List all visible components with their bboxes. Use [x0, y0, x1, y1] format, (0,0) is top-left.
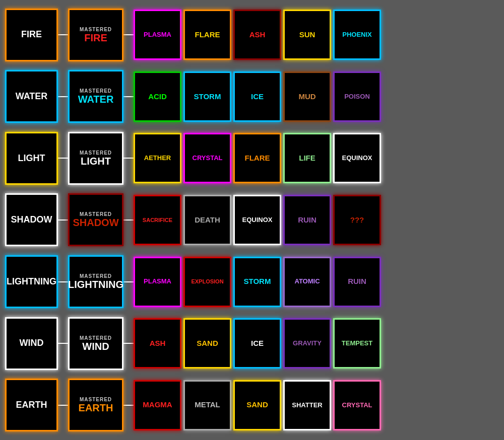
base-box-shadow[interactable]: SHADOW	[5, 193, 58, 246]
base-label-light: LIGHT	[18, 154, 45, 164]
derived-box-???-4[interactable]: ???	[333, 195, 381, 245]
mastered-box-lightning[interactable]: MASTEREDLIGHTNING	[68, 255, 123, 308]
derived-label-ash-0: ASH	[150, 339, 166, 348]
connector-line-1	[58, 34, 68, 35]
base-box-earth[interactable]: EARTH	[5, 379, 58, 431]
mastered-top-label: MASTERED	[80, 335, 112, 341]
base-label-earth: EARTH	[16, 400, 47, 410]
derived-label-tempest-4: TEMPEST	[342, 340, 372, 347]
base-box-fire[interactable]: FIRE	[5, 9, 58, 61]
derived-row-1: ACIDSTORMICEMUDPOISON	[134, 71, 381, 122]
derived-label-crystal-4: CRYSTAL	[342, 402, 372, 409]
derived-box-plasma-0[interactable]: PLASMA	[134, 257, 181, 307]
derived-box-ruin-4[interactable]: RUIN	[333, 257, 381, 307]
base-box-light[interactable]: LIGHT	[5, 132, 58, 185]
derived-box-ice-2[interactable]: ICE	[233, 71, 281, 122]
derived-label-ruin-3: RUIN	[298, 216, 317, 225]
row-1: WATERMASTEREDWATERACIDSTORMICEMUDPOISON	[5, 70, 499, 123]
derived-label-plasma-0: PLASMA	[144, 31, 171, 38]
mastered-top-label: MASTERED	[80, 27, 112, 32]
mastered-box-fire[interactable]: MASTEREDFIRE	[68, 9, 123, 61]
derived-box-equinox-4[interactable]: EQUINOX	[333, 133, 381, 183]
derived-label-poison-4: POISON	[344, 93, 370, 100]
derived-box-magma-0[interactable]: MAGMA	[134, 380, 181, 430]
mastered-box-earth[interactable]: MASTEREDEARTH	[68, 379, 123, 431]
derived-label-ash-2: ASH	[249, 31, 266, 39]
derived-box-sand-1[interactable]: SAND	[183, 318, 231, 369]
derived-label-equinox-2: EQUINOX	[242, 216, 273, 224]
mastered-top-label: MASTERED	[80, 211, 112, 217]
derived-box-mud-3[interactable]: MUD	[283, 71, 331, 122]
derived-box-flare-2[interactable]: FLARE	[233, 133, 281, 183]
derived-box-sun-3[interactable]: SUN	[283, 10, 331, 60]
mastered-box-wind[interactable]: MASTEREDWIND	[68, 317, 123, 370]
derived-row-0: PLASMAFLAREASHSUNPHOENIX	[134, 10, 381, 60]
derived-box-aether-0[interactable]: AETHER	[134, 133, 181, 183]
derived-label-phoenix-4: PHOENIX	[342, 31, 372, 38]
derived-box-tempest-4[interactable]: TEMPEST	[333, 318, 381, 369]
connector-line-2	[123, 34, 134, 35]
row-2: LIGHTMASTEREDLIGHTAETHERCRYSTALFLARELIFE…	[5, 132, 499, 185]
mastered-top-label: MASTERED	[80, 397, 112, 402]
derived-box-ash-0[interactable]: ASH	[134, 318, 181, 369]
connector-line-2	[123, 343, 134, 344]
derived-label-death-1: DEATH	[195, 216, 220, 225]
base-label-fire: FIRE	[21, 30, 42, 40]
derived-box-plasma-0[interactable]: PLASMA	[134, 10, 181, 60]
derived-box-phoenix-4[interactable]: PHOENIX	[333, 10, 381, 60]
row-5: WINDMASTEREDWINDASHSANDICEGRAVITYTEMPEST	[5, 317, 499, 370]
derived-label-ice-2: ICE	[251, 93, 264, 101]
derived-label-???-4: ???	[350, 216, 364, 225]
mastered-bottom-label: EARTH	[79, 402, 113, 413]
row-4: LIGHTNINGMASTEREDLIGHTNINGPLASMAEXPLOSIO…	[5, 255, 499, 308]
derived-label-plasma-0: PLASMA	[144, 278, 171, 285]
mastered-box-light[interactable]: MASTEREDLIGHT	[68, 132, 123, 185]
derived-box-crystal-4[interactable]: CRYSTAL	[333, 380, 381, 430]
base-box-wind[interactable]: WIND	[5, 317, 58, 370]
mastered-box-shadow[interactable]: MASTEREDSHADOW	[68, 193, 123, 246]
derived-box-sand-2[interactable]: SAND	[233, 380, 281, 430]
derived-box-acid-0[interactable]: ACID	[134, 71, 181, 122]
derived-label-ice-2: ICE	[251, 339, 264, 348]
derived-label-storm-2: STORM	[244, 277, 271, 286]
derived-box-sacrifice-0[interactable]: SACRIFICE	[134, 195, 181, 245]
derived-label-atomic-3: ATOMIC	[294, 278, 320, 285]
base-label-lightning: LIGHTNING	[7, 277, 56, 287]
base-label-shadow: SHADOW	[11, 215, 52, 225]
derived-label-metal-1: METAL	[195, 401, 220, 409]
mastered-box-water[interactable]: MASTEREDWATER	[68, 70, 123, 123]
derived-box-crystal-1[interactable]: CRYSTAL	[183, 133, 231, 183]
derived-box-storm-1[interactable]: STORM	[183, 71, 231, 122]
derived-box-ice-2[interactable]: ICE	[233, 318, 281, 369]
derived-label-aether-0: AETHER	[144, 155, 171, 162]
main-container: FIREMASTEREDFIREPLASMAFLAREASHSUNPHOENIX…	[0, 0, 504, 440]
derived-box-explosion-1[interactable]: EXPLOSION	[183, 257, 231, 307]
derived-box-gravity-3[interactable]: GRAVITY	[283, 318, 331, 369]
derived-label-ruin-4: RUIN	[348, 277, 366, 286]
derived-box-poison-4[interactable]: POISON	[333, 71, 381, 122]
derived-box-atomic-3[interactable]: ATOMIC	[283, 257, 331, 307]
connector-line-2	[123, 158, 134, 159]
derived-box-flare-1[interactable]: FLARE	[183, 10, 231, 60]
derived-box-ruin-3[interactable]: RUIN	[283, 195, 331, 245]
derived-box-death-1[interactable]: DEATH	[183, 195, 231, 245]
mastered-top-label: MASTERED	[80, 88, 112, 94]
derived-box-metal-1[interactable]: METAL	[183, 380, 231, 430]
derived-box-shatter-3[interactable]: SHATTER	[283, 380, 331, 430]
base-box-lightning[interactable]: LIGHTNING	[5, 255, 58, 308]
row-6: EARTHMASTEREDEARTHMAGMAMETALSANDSHATTERC…	[5, 379, 499, 431]
connector-line-1	[58, 343, 68, 344]
derived-box-equinox-2[interactable]: EQUINOX	[233, 195, 281, 245]
derived-label-flare-2: FLARE	[245, 154, 270, 163]
base-box-water[interactable]: WATER	[5, 70, 58, 123]
derived-box-ash-2[interactable]: ASH	[233, 10, 281, 60]
connector-line-2	[123, 405, 134, 406]
derived-box-life-3[interactable]: LIFE	[283, 133, 331, 183]
mastered-top-label: MASTERED	[80, 273, 112, 279]
derived-label-sand-2: SAND	[246, 401, 268, 409]
connector-line-1	[58, 405, 68, 406]
mastered-bottom-label: WIND	[82, 341, 109, 352]
row-0: FIREMASTEREDFIREPLASMAFLAREASHSUNPHOENIX	[5, 9, 499, 61]
derived-box-storm-2[interactable]: STORM	[233, 257, 281, 307]
derived-label-crystal-1: CRYSTAL	[193, 155, 223, 162]
